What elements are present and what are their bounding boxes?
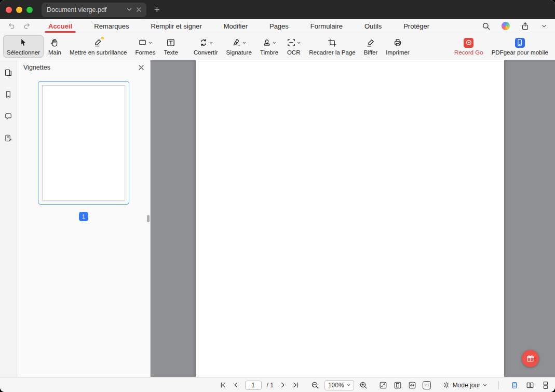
- chevron-down-icon: [148, 42, 152, 44]
- tab-remarques[interactable]: Remarques: [83, 19, 140, 33]
- fit-page-icon[interactable]: [394, 381, 402, 389]
- tab-outils[interactable]: Outils: [354, 19, 392, 33]
- share-icon[interactable]: [521, 22, 530, 31]
- traffic-lights: [0, 7, 33, 13]
- annotation-list-icon: [4, 134, 12, 142]
- minimize-window-button[interactable]: [16, 7, 22, 13]
- zoom-window-button[interactable]: [26, 7, 33, 13]
- print-button[interactable]: Imprimer: [382, 35, 413, 58]
- tab-pages[interactable]: Pages: [259, 19, 300, 33]
- zoom-in-icon[interactable]: [359, 381, 368, 389]
- panel-resize-handle[interactable]: [147, 215, 150, 222]
- actual-size-button[interactable]: 1:1: [423, 381, 431, 389]
- comment-bubble-icon: [4, 112, 12, 120]
- page-number-badge: 1: [79, 212, 88, 221]
- app-window: Document vierge.pdf + Accueil Remarq: [0, 0, 555, 392]
- zoom-out-icon[interactable]: [311, 381, 319, 389]
- new-tab-button[interactable]: +: [154, 5, 160, 15]
- chevron-down-icon: [483, 384, 487, 387]
- document-tab[interactable]: Document vierge.pdf: [42, 3, 146, 17]
- menubar: Accueil Remarques Remplir et signer Modi…: [0, 19, 555, 33]
- continuous-scroll-view-icon[interactable]: [542, 381, 550, 389]
- sidebar-item-bookmarks[interactable]: [2, 88, 15, 101]
- page-count-label: / 1: [267, 382, 274, 389]
- cursor-icon: [19, 37, 28, 48]
- ocr-scan-icon: [287, 38, 296, 47]
- ocr-button[interactable]: OCR: [283, 35, 304, 58]
- undo-icon[interactable]: [7, 22, 16, 30]
- crop-icon: [328, 37, 337, 48]
- signature-button[interactable]: Signature: [223, 35, 255, 58]
- search-icon[interactable]: [482, 22, 491, 31]
- zoom-controls: 100%: [311, 380, 368, 390]
- highlight-tool-button[interactable]: Mettre en surbrillance: [66, 35, 131, 58]
- redo-icon[interactable]: [23, 22, 31, 30]
- stamp-button[interactable]: Timbre: [256, 35, 282, 58]
- highlighter-icon: [93, 37, 103, 48]
- select-tool-button[interactable]: Sélectionner: [3, 35, 44, 58]
- first-page-button[interactable]: [219, 381, 227, 389]
- pdfgear-mobile-button[interactable]: PDFgear pour mobile: [488, 35, 552, 58]
- page-thumbnail[interactable]: [38, 81, 129, 205]
- last-page-button[interactable]: [292, 381, 300, 389]
- pdf-page-canvas[interactable]: [196, 60, 504, 377]
- stamp-icon: [262, 38, 272, 47]
- tab-proteger[interactable]: Protéger: [392, 19, 440, 33]
- tab-remplir-et-signer[interactable]: Remplir et signer: [140, 19, 212, 33]
- thumbnails-icon: [4, 69, 12, 77]
- chevron-down-icon: [297, 42, 301, 44]
- fit-zoom-icon[interactable]: [379, 381, 387, 389]
- redact-marker-icon: [366, 37, 375, 48]
- tab-close-icon[interactable]: [137, 7, 141, 12]
- titlebar: Document vierge.pdf +: [0, 0, 555, 19]
- assistant-sphere-icon[interactable]: [502, 22, 510, 30]
- page-number-input[interactable]: [245, 381, 262, 390]
- shapes-tool-button[interactable]: Formes: [131, 35, 159, 58]
- document-view: [151, 60, 555, 377]
- display-mode-select[interactable]: Mode jour: [442, 381, 487, 389]
- statusbar: / 1 100%: [0, 377, 555, 392]
- zoom-value: 100%: [328, 382, 344, 389]
- crop-page-button[interactable]: Recadrer la Page: [305, 35, 359, 58]
- ribbon-tab-bar: Accueil Remarques Remplir et signer Modi…: [37, 19, 440, 33]
- sidebar-item-comments[interactable]: [2, 110, 15, 123]
- page-layout-controls: [510, 381, 550, 389]
- record-icon: [464, 38, 473, 48]
- text-tool-button[interactable]: Texte: [160, 35, 182, 58]
- two-page-view-icon[interactable]: [526, 381, 534, 389]
- sidebar-item-annotations[interactable]: [2, 132, 15, 144]
- ribbon-toolbar: Sélectionner Main Mettre en surbrillance: [0, 33, 555, 60]
- pen-nib-icon: [232, 38, 241, 47]
- single-page-view-icon[interactable]: [510, 381, 519, 389]
- chevron-down-icon: [273, 42, 276, 44]
- panel-close-icon[interactable]: [139, 65, 144, 70]
- sidebar-icon-strip: [0, 60, 17, 377]
- convert-button[interactable]: Convertir: [190, 35, 222, 58]
- tab-formulaire[interactable]: Formulaire: [300, 19, 354, 33]
- redact-button[interactable]: Biffer: [360, 35, 382, 58]
- tab-chevron-down-icon[interactable]: [127, 8, 132, 11]
- tab-accueil[interactable]: Accueil: [37, 19, 83, 33]
- collapse-toolbar-chevron-icon[interactable]: [540, 23, 548, 29]
- panel-title: Vignettes: [23, 64, 50, 71]
- document-tab-title: Document vierge.pdf: [47, 6, 127, 13]
- tab-modifier[interactable]: Modifier: [213, 19, 259, 33]
- hand-tool-button[interactable]: Main: [45, 35, 65, 58]
- shapes-icon: [138, 38, 147, 47]
- zoom-level-select[interactable]: 100%: [324, 380, 354, 390]
- close-window-button[interactable]: [6, 7, 12, 13]
- bookmark-icon: [4, 90, 12, 99]
- gift-icon: [526, 354, 535, 363]
- highlight-color-dot: [101, 37, 104, 39]
- fit-width-icon[interactable]: [408, 381, 416, 389]
- fit-controls: 1:1: [379, 381, 431, 389]
- previous-page-button[interactable]: [232, 381, 240, 389]
- statusbar-divider: [498, 381, 499, 389]
- thumbnails-panel: Vignettes 1: [17, 60, 151, 377]
- sidebar-item-thumbnails[interactable]: [2, 66, 15, 79]
- next-page-button[interactable]: [279, 381, 287, 389]
- record-go-button[interactable]: Record Go: [451, 35, 487, 58]
- promo-button[interactable]: [522, 350, 539, 367]
- sun-icon: [442, 381, 450, 389]
- display-mode-label: Mode jour: [453, 382, 480, 389]
